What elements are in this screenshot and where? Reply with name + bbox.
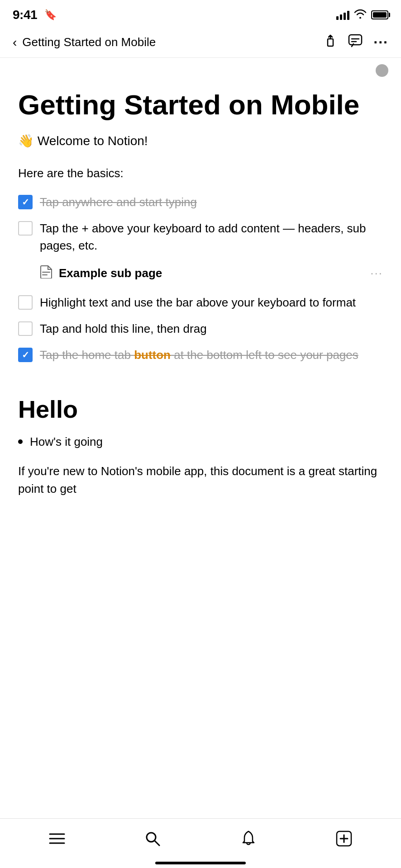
- bullet-text: How's it going: [30, 435, 103, 449]
- bullet-list: How's it going: [18, 432, 383, 452]
- svg-rect-0: [328, 39, 333, 46]
- checklist-text-3: Highlight text and use the bar above you…: [40, 294, 383, 311]
- checklist-item: Highlight text and use the bar above you…: [18, 290, 383, 316]
- basics-intro: Here are the basics:: [18, 166, 383, 180]
- svg-rect-1: [349, 35, 362, 45]
- checklist-text-4: Tap and hold this line, then drag: [40, 321, 383, 338]
- share-icon[interactable]: [324, 33, 337, 51]
- checkbox-5[interactable]: [18, 348, 33, 362]
- status-icons: [336, 9, 388, 21]
- scroll-dot: [376, 64, 388, 77]
- svg-line-10: [155, 841, 159, 845]
- checklist-text-5-part1: Tap the home tab: [40, 348, 134, 362]
- sub-page-container: Example sub page ···: [40, 260, 383, 286]
- tab-bar: [0, 818, 401, 868]
- tab-search[interactable]: [105, 831, 201, 850]
- nav-bar: ‹ Getting Started on Mobile ···: [0, 27, 401, 58]
- signal-bars-icon: [336, 10, 349, 20]
- scroll-indicator: [0, 64, 401, 77]
- checkbox-4[interactable]: [18, 321, 33, 336]
- checklist-text-5: Tap the home tab button at the bottom le…: [40, 347, 383, 364]
- paragraph-text: If you're new to Notion's mobile app, th…: [18, 462, 383, 498]
- hello-heading: Hello: [18, 395, 383, 423]
- checkbox-3[interactable]: [18, 295, 33, 310]
- sub-page-title: Example sub page: [59, 266, 162, 280]
- nav-title: Getting Started on Mobile: [22, 35, 156, 49]
- bullet-item: How's it going: [18, 432, 383, 452]
- checkbox-2[interactable]: [18, 221, 33, 236]
- checkbox-1[interactable]: [18, 195, 33, 209]
- status-time: 9:41: [13, 8, 37, 22]
- bullet-dot-icon: [18, 439, 23, 444]
- main-content: Getting Started on Mobile 👋 Welcome to N…: [0, 77, 401, 552]
- status-bar: 9:41 🔖: [0, 0, 401, 27]
- tab-menu[interactable]: [9, 832, 105, 849]
- more-options-icon[interactable]: ···: [373, 34, 388, 51]
- tab-notifications[interactable]: [200, 830, 296, 850]
- back-button[interactable]: ‹: [13, 36, 17, 49]
- checklist-item: Tap and hold this line, then drag: [18, 316, 383, 342]
- home-indicator: [155, 862, 246, 864]
- bookmark-icon: 🔖: [44, 9, 57, 21]
- checklist-text-2: Tap the + above your keyboard to add con…: [40, 220, 383, 254]
- battery-icon: [371, 10, 388, 19]
- page-doc-icon: [40, 265, 53, 282]
- home-tab-link[interactable]: button: [134, 348, 171, 362]
- hello-section: Hello How's it going If you're new to No…: [18, 395, 383, 498]
- nav-right: ···: [324, 33, 388, 51]
- nav-left: ‹ Getting Started on Mobile: [13, 35, 156, 49]
- wifi-icon: [354, 9, 367, 21]
- page-title: Getting Started on Mobile: [18, 89, 383, 121]
- checklist-text-5-part2: at the bottom left to see your pages: [171, 348, 358, 362]
- checklist-item: Tap the + above your keyboard to add con…: [18, 216, 383, 259]
- search-icon: [145, 831, 160, 850]
- welcome-text: 👋 Welcome to Notion!: [18, 133, 383, 148]
- menu-icon: [49, 832, 65, 849]
- checklist-item: Tap anywhere and start typing: [18, 189, 383, 216]
- add-icon: [336, 830, 352, 850]
- checklist-text-1: Tap anywhere and start typing: [40, 194, 383, 211]
- comment-icon[interactable]: [348, 34, 363, 51]
- sub-page-item[interactable]: Example sub page ···: [40, 260, 383, 286]
- checklist-item: Tap the home tab button at the bottom le…: [18, 342, 383, 368]
- sub-page-left: Example sub page: [40, 265, 162, 282]
- checklist: Tap anywhere and start typing Tap the + …: [18, 189, 383, 368]
- bell-icon: [242, 830, 255, 850]
- sub-page-more-icon[interactable]: ···: [370, 266, 383, 280]
- tab-add[interactable]: [296, 830, 392, 850]
